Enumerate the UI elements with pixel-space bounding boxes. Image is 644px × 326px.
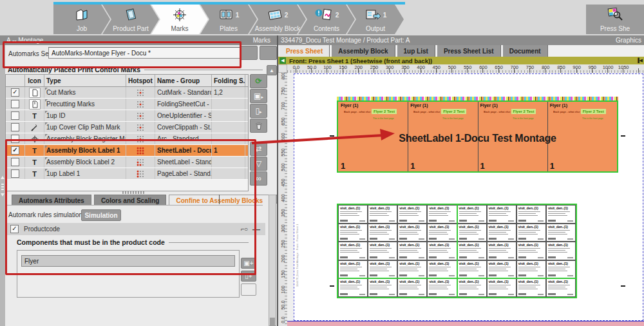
visitcard-1up[interactable]: visit_den..(1) bbox=[487, 205, 516, 224]
visitcard-1up[interactable]: visit_den..(1) bbox=[516, 260, 546, 279]
tab-automarks-attributes[interactable]: Automarks Attributes bbox=[12, 195, 91, 206]
visitcard-1up[interactable]: visit_den..(1) bbox=[516, 242, 546, 260]
splitter-grip[interactable] bbox=[1, 184, 4, 191]
column-button[interactable]: ▯▸ bbox=[250, 104, 267, 118]
component-item-flyer[interactable]: Flyer bbox=[21, 255, 235, 267]
workflow-step-product-part[interactable]: Product Part bbox=[102, 5, 159, 34]
delete-button[interactable] bbox=[250, 119, 267, 133]
visitcard-1up[interactable]: visit_den..(1) bbox=[368, 260, 397, 279]
automarks-set-save-button[interactable] bbox=[260, 46, 277, 60]
table-row-cut-marks[interactable]: ✓ Cut Marks CutMark - Standard 1,2 bbox=[6, 87, 248, 99]
visitcard-1up[interactable]: visit_den..(1) bbox=[427, 278, 457, 297]
visitcard-assembly-block[interactable]: visit_den..(1) visit_den..(1) visit_den.… bbox=[337, 204, 577, 298]
panel-splitter[interactable] bbox=[0, 45, 5, 326]
visitcard-1up[interactable]: visit_den..(1) bbox=[338, 242, 368, 260]
surface-back-icon[interactable]: ◀ bbox=[279, 57, 286, 64]
tab-colors-and-scaling[interactable]: Colors and Scaling bbox=[94, 195, 167, 206]
table-row-assembly-block-label-1[interactable]: ✓ T Assembly Block Label 1 SheetLabel - … bbox=[6, 145, 248, 157]
section-splitter-grip[interactable] bbox=[122, 191, 144, 194]
mark-enabled-checkbox[interactable] bbox=[11, 158, 19, 166]
mark-enabled-checkbox[interactable]: ✓ bbox=[11, 146, 19, 155]
visitcard-1up[interactable]: visit_den..(1) bbox=[427, 224, 457, 242]
workflow-step-job[interactable]: Job bbox=[53, 5, 110, 34]
panel-scrollbar[interactable] bbox=[269, 195, 276, 326]
must-components-listbox[interactable]: Flyer bbox=[17, 250, 240, 298]
visitcard-1up[interactable]: visit_den..(1) bbox=[427, 260, 457, 279]
workflow-step-contents[interactable]: 2Contents bbox=[298, 5, 355, 34]
visitcard-1up[interactable]: visit_den..(1) bbox=[457, 278, 487, 297]
table-row-precutting-marks[interactable]: Precutting Marks FoldingSheetCut - ... bbox=[6, 99, 248, 110]
workflow-step-press-sheet[interactable]: Press She bbox=[586, 5, 644, 34]
mark-enabled-checkbox[interactable]: ✓ bbox=[11, 88, 19, 97]
surface-nav-icon[interactable]: ▐◀ bbox=[636, 58, 643, 63]
mark-enabled-checkbox[interactable] bbox=[11, 135, 19, 143]
table-row-1up-id[interactable]: T 1up ID OneUpIdentifier - S... bbox=[6, 110, 248, 122]
flyer-assembly-block[interactable]: SheetLabel 1-Docu Test Montage Flyer (1)… bbox=[337, 101, 618, 173]
visitcard-1up[interactable]: visit_den..(1) bbox=[427, 205, 457, 224]
visitcard-1up[interactable]: visit_den..(1) bbox=[487, 260, 516, 279]
visitcard-1up[interactable]: visit_den..(1) bbox=[457, 224, 487, 242]
automarks-set-browse-button[interactable] bbox=[240, 46, 258, 60]
add-component-button[interactable]: ▣+ bbox=[241, 258, 256, 269]
visitcard-1up[interactable]: visit_den..(1) bbox=[338, 278, 368, 297]
refresh-button[interactable]: ⟳ bbox=[250, 74, 267, 88]
workflow-step-output[interactable]: 1Output bbox=[347, 5, 404, 34]
visitcard-1up[interactable]: visit_den..(1) bbox=[427, 242, 457, 260]
workflow-step-plates[interactable]: 1Plates bbox=[200, 5, 257, 34]
visitcard-1up[interactable]: visit_den..(1) bbox=[457, 260, 487, 279]
visitcard-1up[interactable]: visit_den..(1) bbox=[368, 242, 397, 260]
mark-enabled-checkbox[interactable] bbox=[11, 111, 19, 120]
workflow-step-marks[interactable]: Marks bbox=[151, 5, 208, 34]
visitcard-1up[interactable]: visit_den..(1) bbox=[338, 260, 368, 279]
visitcard-1up[interactable]: visit_den..(1) bbox=[487, 278, 516, 297]
simulation-button[interactable]: Simulation bbox=[81, 209, 121, 221]
delete-component-button[interactable] bbox=[241, 283, 256, 296]
visitcard-1up[interactable]: visit_den..(1) bbox=[368, 224, 397, 242]
scrollbar-thumb[interactable] bbox=[270, 318, 275, 326]
visitcard-1up[interactable]: visit_den..(1) bbox=[546, 205, 576, 224]
swap-button[interactable]: ⇄ bbox=[250, 142, 267, 156]
splitter-collapse-icon[interactable] bbox=[1, 174, 5, 179]
tab-press-sheet-list[interactable]: Press Sheet List bbox=[437, 45, 501, 57]
splitter-expand-icon[interactable] bbox=[1, 193, 5, 198]
visitcard-1up[interactable]: visit_den..(1) bbox=[516, 278, 546, 297]
visitcard-1up[interactable]: visit_den..(1) bbox=[397, 224, 427, 242]
visitcard-1up[interactable]: visit_den..(1) bbox=[338, 205, 368, 224]
visitcard-1up[interactable]: visit_den..(1) bbox=[368, 278, 397, 297]
visitcard-1up[interactable]: visit_den..(1) bbox=[338, 224, 368, 242]
productcode-checkbox[interactable]: ✓ bbox=[10, 225, 19, 233]
visitcard-1up[interactable]: visit_den..(1) bbox=[516, 224, 546, 242]
visitcard-1up[interactable]: visit_den..(1) bbox=[397, 242, 427, 260]
table-row-1up-label-1[interactable]: T 1up Label 1 PageLabel - Stand... bbox=[6, 168, 248, 180]
table-row-1up-cover-clip-path-mark[interactable]: 1up Cover Clip Path Mark CoverClippath -… bbox=[6, 122, 248, 133]
table-row-assembly-block-label-2[interactable]: T Assembly Block Label 2 SheetLabel - St… bbox=[6, 157, 248, 168]
visitcard-1up[interactable]: visit_den..(1) bbox=[546, 260, 576, 279]
add-row-button[interactable]: ▯+ bbox=[241, 271, 256, 282]
tab-1up-list[interactable]: 1up List bbox=[397, 45, 435, 57]
mark-enabled-checkbox[interactable] bbox=[11, 100, 19, 108]
visitcard-1up[interactable]: visit_den..(1) bbox=[546, 224, 576, 242]
automarks-set-input[interactable] bbox=[48, 47, 240, 59]
collapse-icon[interactable]: — bbox=[252, 225, 260, 234]
visitcard-1up[interactable]: visit_den..(1) bbox=[487, 224, 516, 242]
mark-enabled-checkbox[interactable] bbox=[11, 169, 19, 178]
filter-button[interactable]: ▽ bbox=[250, 157, 267, 171]
visitcard-1up[interactable]: visit_den..(1) bbox=[516, 205, 546, 224]
visitcard-1up[interactable]: visit_den..(1) bbox=[397, 260, 427, 279]
visitcard-1up[interactable]: visit_den..(1) bbox=[487, 242, 516, 260]
preview-button[interactable]: ▣▸ bbox=[250, 89, 267, 103]
productcode-bar[interactable]: ✓ Productcode ⌐○ — bbox=[5, 223, 265, 235]
table-row-assembly-block-register-marks[interactable]: Assembly Block Register Marks Arc - Stan… bbox=[6, 133, 248, 145]
press-sheet-canvas[interactable]: 334479_Docu Test Montage - Front - Press… bbox=[287, 73, 644, 326]
tab-assembly-block[interactable]: Assembly Block bbox=[332, 45, 395, 57]
visitcard-1up[interactable]: visit_den..(1) bbox=[457, 205, 487, 224]
visitcard-1up[interactable]: visit_den..(1) bbox=[457, 242, 487, 260]
workflow-step-assembly-block[interactable]: 2Assembly Block bbox=[249, 5, 306, 34]
tab-press-sheet[interactable]: Press Sheet bbox=[279, 45, 330, 57]
visitcard-1up[interactable]: visit_den..(1) bbox=[397, 205, 427, 224]
scroll-up-button[interactable]: ▲ bbox=[267, 65, 277, 75]
tab-document[interactable]: Document bbox=[503, 45, 548, 57]
visitcard-1up[interactable]: visit_den..(1) bbox=[546, 242, 576, 260]
mark-enabled-checkbox[interactable] bbox=[11, 123, 19, 131]
visitcard-1up[interactable]: visit_den..(1) bbox=[397, 278, 427, 297]
